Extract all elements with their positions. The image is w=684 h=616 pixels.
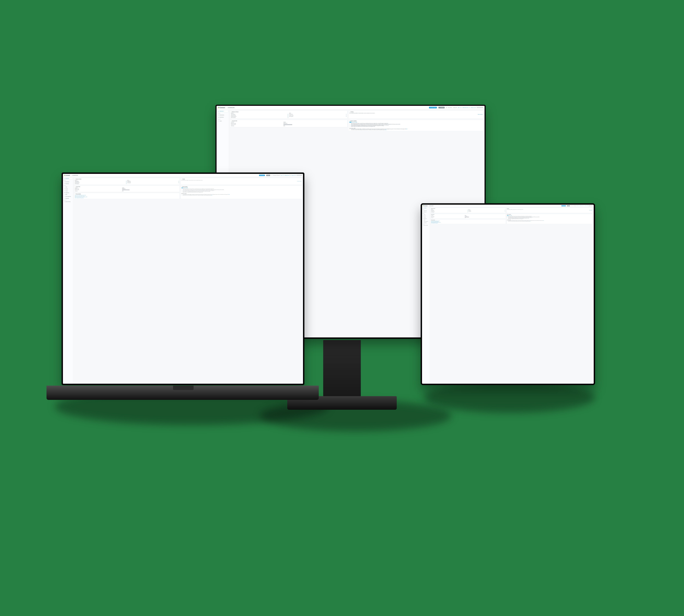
devices-stat[interactable]: Devices: 0 / 50: [471, 107, 476, 108]
sessions-icon: [64, 181, 65, 182]
total-devices-value[interactable]: 0: [126, 181, 127, 181]
sidebar-item-applications[interactable]: Applications: [63, 192, 73, 194]
ondemand-stat[interactable]: OnDemand users: 1 / 5: [284, 175, 291, 176]
purchase-button[interactable]: Purchase: [567, 205, 570, 206]
sidebar-item-my-devices[interactable]: My devices: [422, 211, 430, 213]
device-groups-value[interactable]: 0: [288, 117, 288, 118]
sidebar-item-account-security[interactable]: Account security: [422, 225, 430, 226]
sidebar-item-users[interactable]: Users: [217, 120, 228, 122]
device-groups-value[interactable]: 0: [126, 183, 127, 184]
user-groups-value[interactable]: 0: [179, 182, 179, 183]
svg-rect-31: [423, 225, 424, 226]
contact-button[interactable]: ✉ Contact Impero: [429, 107, 437, 108]
logo[interactable]: Connect: [423, 205, 427, 206]
sidebar-item-label: My devices: [66, 183, 69, 184]
sidebar-item-downloads[interactable]: Downloads: [422, 222, 430, 223]
signup-here-link[interactable]: here: [385, 130, 386, 130]
doc-link[interactable]: Video: deploy Portal components: [431, 223, 505, 223]
page-title-wrap: DASHBOARD: [429, 205, 433, 206]
sidebar-item-role-assignments[interactable]: Role assignments: [422, 221, 430, 222]
search-input[interactable]: [477, 107, 483, 108]
online-users-value[interactable]: 1: [346, 115, 346, 116]
sidebar-item-users[interactable]: Users: [422, 214, 430, 215]
sidebar-item-my-devices[interactable]: My devices: [217, 116, 228, 118]
update-body-1: We've refreshed the Impero Connect Porta…: [181, 189, 301, 193]
purchase-button[interactable]: Purchase: [266, 175, 270, 176]
contact-button[interactable]: Contact Impero: [259, 175, 265, 176]
purchase-button[interactable]: 🛒 Purchase: [438, 107, 444, 108]
users-stat[interactable]: Users: 1 / 5: [458, 107, 461, 108]
sidebar: Dashboard ACCESS My sessions My devices …: [63, 177, 73, 384]
total-users-value[interactable]: 1: [179, 181, 179, 181]
sidebar-item-dashboard[interactable]: Dashboard: [217, 110, 228, 112]
online-devices-value[interactable]: 0: [468, 211, 468, 211]
online-devices-value[interactable]: 0: [288, 115, 288, 116]
sidebar-item-groups[interactable]: Groups: [63, 190, 73, 192]
sidebar-item-downloads[interactable]: Downloads: [63, 197, 73, 199]
page-title-wrap: DASHBOARD: [227, 107, 235, 108]
ondemand-stat[interactable]: OnDemand users: 1 / 5: [579, 205, 585, 206]
sidebar-section-access: ACCESS: [63, 179, 73, 181]
view-more-logs-link[interactable]: View more logs: [349, 113, 483, 115]
pending-devices-value[interactable]: 0: [468, 211, 468, 212]
doc-link[interactable]: Video: deploy Portal components: [75, 197, 179, 198]
users-stat[interactable]: Users: 1 / 5: [577, 205, 579, 206]
laptop-screen: Connect DASHBOARD Contact Impero Purchas…: [63, 174, 303, 384]
lock-icon: [64, 201, 65, 202]
sidebar-item-my-sessions[interactable]: My sessions: [422, 210, 430, 211]
card-devices-users: Devices & Users Devices Total devices:0 …: [74, 178, 180, 185]
update-body-1: We've refreshed the Impero Connect Porta…: [507, 216, 592, 219]
sidebar-item-devices[interactable]: Devices: [422, 215, 430, 217]
sidebar-item-account-security[interactable]: Account security: [63, 201, 73, 203]
sidebar: Dashboard ACCESS My sessions My devices …: [422, 207, 430, 384]
total-devices-value[interactable]: 0: [468, 210, 468, 211]
signup-here-link[interactable]: here: [530, 221, 530, 221]
sidebar-item-roles[interactable]: Roles: [63, 194, 73, 196]
online-users-value[interactable]: 1: [179, 181, 179, 182]
sidebar-item-my-sessions[interactable]: My sessions: [63, 181, 73, 183]
ondemand-stat[interactable]: OnDemand users: 1 / 5: [462, 107, 470, 108]
signup-here-link[interactable]: here: [211, 195, 212, 196]
sidebar-item-applications[interactable]: Applications: [422, 218, 430, 219]
sidebar-item-dashboard[interactable]: Dashboard: [63, 178, 73, 179]
online-devices-value[interactable]: 0: [126, 181, 127, 182]
contact-button[interactable]: Contact Impero: [562, 205, 566, 206]
devices-stat[interactable]: Devices: 0 / 50: [585, 205, 588, 206]
sidebar-item-users[interactable]: Users: [63, 186, 73, 188]
pending-devices-value[interactable]: 0: [126, 182, 127, 183]
laptop-frame: Connect DASHBOARD Contact Impero Purchas…: [62, 173, 304, 385]
svg-rect-21: [423, 211, 424, 211]
logo[interactable]: Connect: [218, 107, 225, 108]
total-users-value[interactable]: 1: [346, 114, 346, 115]
search-input[interactable]: [589, 205, 593, 206]
sidebar-item-my-sessions[interactable]: My sessions: [217, 114, 228, 116]
timezone-label: Timezone: [231, 125, 283, 126]
monitor-icon: [231, 111, 232, 112]
pending-devices-value[interactable]: 0: [288, 116, 288, 117]
users-stat[interactable]: Users: 1 / 5: [280, 175, 284, 176]
impact-here-link[interactable]: here: [406, 129, 407, 129]
pulse-icon: [349, 111, 350, 112]
total-devices-value[interactable]: 0: [288, 114, 288, 115]
sidebar-item-groups[interactable]: Groups: [422, 217, 430, 218]
impact-here-link[interactable]: here: [229, 194, 230, 195]
sidebar-item-devices[interactable]: Devices: [63, 188, 73, 190]
search-input[interactable]: [296, 175, 302, 176]
page-title: DASHBOARD: [228, 107, 235, 108]
sidebar-item-my-devices[interactable]: My devices: [63, 183, 73, 184]
sidebar-item-dashboard[interactable]: Dashboard: [422, 207, 430, 209]
sidebar-item-role-assignments[interactable]: Role assignments: [63, 196, 73, 197]
update-date-1: April 7th, 2022: [184, 188, 188, 188]
sidebar-item-label: Devices: [424, 216, 426, 216]
card-title: Documentation: [76, 194, 81, 194]
view-more-logs-link[interactable]: View more logs: [181, 180, 301, 182]
impact-here-link[interactable]: here: [543, 220, 544, 221]
sidebar-item-label: Dashboard: [220, 111, 224, 112]
user-groups-value[interactable]: 0: [346, 116, 346, 117]
device-groups-value[interactable]: 0: [468, 212, 468, 213]
sidebar-item-roles[interactable]: Roles: [422, 219, 430, 221]
logo[interactable]: Connect: [64, 175, 70, 176]
devices-stat[interactable]: Devices: 0 / 50: [292, 175, 296, 176]
update-body-2: Thursday, April 7th, between 09:00 – 10:…: [181, 194, 301, 196]
view-more-logs-link[interactable]: View more logs: [507, 210, 592, 211]
